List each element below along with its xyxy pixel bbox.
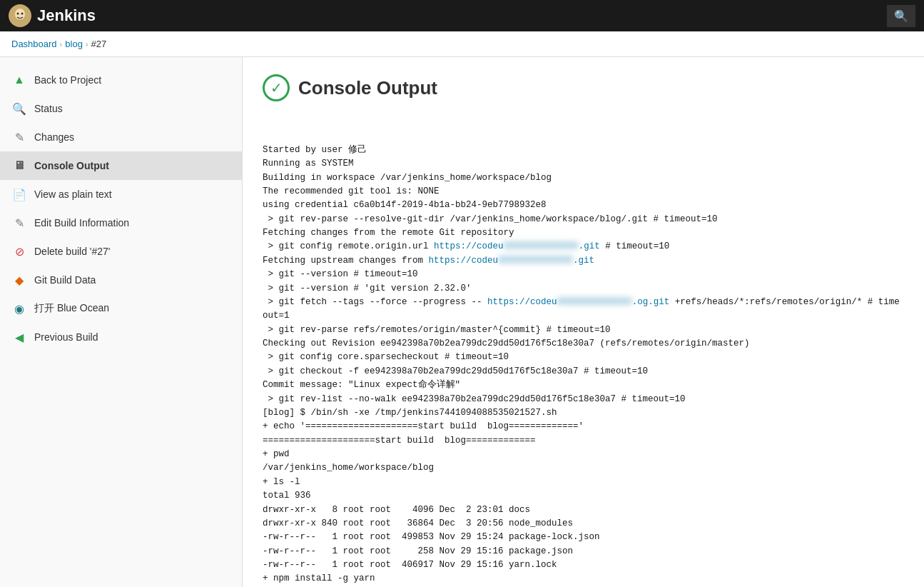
console-line: Checking out Revision ee942398a70b2ea799… xyxy=(263,337,904,351)
topbar: Jenkins 🔍 xyxy=(0,0,924,31)
status-icon: 🔍 xyxy=(11,101,27,116)
view-as-plain-text-icon: 📄 xyxy=(11,186,27,202)
delete-build-icon: ⊘ xyxy=(11,244,27,259)
sidebar-label-delete-build: Delete build '#27' xyxy=(34,246,111,257)
sidebar-label-changes: Changes xyxy=(34,131,74,143)
blue-ocean-icon: ◉ xyxy=(11,301,27,316)
console-line: drwxr-xr-x 840 root root 36864 Dec 3 20:… xyxy=(263,517,904,531)
console-line: -rw-r--r-- 1 root root 258 Nov 29 15:16 … xyxy=(263,545,904,558)
sidebar-item-blue-ocean[interactable]: ◉打开 Blue Ocean xyxy=(0,294,242,323)
previous-build-icon: ◀ xyxy=(11,329,27,345)
console-link[interactable]: https://codeuXXXXXXXXXXXXXX.git xyxy=(429,256,595,266)
console-line: Commit message: "Linux expect命令详解" xyxy=(263,378,904,392)
sidebar-item-edit-build-information[interactable]: ✎Edit Build Information xyxy=(0,209,242,237)
sidebar-label-view-as-plain-text: View as plain text xyxy=(34,189,112,200)
console-line: > git --version # 'git version 2.32.0' xyxy=(263,282,904,296)
console-line: > git rev-parse --resolve-git-dir /var/j… xyxy=(263,213,904,226)
sidebar-item-status[interactable]: 🔍Status xyxy=(0,94,242,123)
console-line: Fetching upstream changes from https://c… xyxy=(263,254,904,268)
console-line: total 936 xyxy=(263,489,904,503)
changes-icon: ✎ xyxy=(11,129,27,145)
breadcrumb: Dashboard › blog › #27 xyxy=(0,31,924,57)
console-line: + pwd xyxy=(263,448,904,461)
svg-rect-4 xyxy=(15,19,25,22)
sidebar-item-console-output[interactable]: 🖥Console Output xyxy=(0,151,242,180)
page-title: Console Output xyxy=(298,77,437,99)
console-output-icon: 🖥 xyxy=(11,158,27,174)
console-line: > git fetch --tags --force --progress --… xyxy=(263,296,904,323)
console-line: > git config remote.origin.url https://c… xyxy=(263,240,904,254)
console-line: + npm install -g yarn xyxy=(263,572,904,586)
console-line: [blog] $ /bin/sh -xe /tmp/jenkins7441094… xyxy=(263,406,904,420)
edit-build-information-icon: ✎ xyxy=(11,215,27,231)
layout: ▲Back to Project🔍Status✎Changes🖥Console … xyxy=(0,57,924,587)
console-line: /var/jenkins_home/workspace/blog xyxy=(263,461,904,475)
console-line: > git --version # timeout=10 xyxy=(263,268,904,281)
console-line: using credential c6a0b14f-2019-4b1a-bb24… xyxy=(263,199,904,212)
sidebar-item-changes[interactable]: ✎Changes xyxy=(0,123,242,151)
console-line: + echo '=====================start build… xyxy=(263,420,904,433)
console-line: =====================start build blog===… xyxy=(263,434,904,448)
sidebar-label-console-output: Console Output xyxy=(34,160,109,171)
console-line: Building in workspace /var/jenkins_home/… xyxy=(263,171,904,185)
console-line: Started by user 修己 xyxy=(263,144,904,157)
console-line: Running as SYSTEM xyxy=(263,157,904,171)
console-link[interactable]: https://codeuXXXXXXXXXXXXXX.og.git xyxy=(487,297,669,307)
console-line: > git rev-parse refs/remotes/origin/mast… xyxy=(263,323,904,337)
console-line: -rw-r--r-- 1 root root 406917 Nov 29 15:… xyxy=(263,558,904,572)
sidebar-label-previous-build: Previous Build xyxy=(34,331,98,343)
sidebar-label-blue-ocean: 打开 Blue Ocean xyxy=(34,302,109,315)
console-line: > git checkout -f ee942398a70b2ea799dc29… xyxy=(263,365,904,378)
breadcrumb-dashboard[interactable]: Dashboard xyxy=(11,39,57,49)
success-icon: ✓ xyxy=(263,74,290,101)
sidebar-label-back-to-project: Back to Project xyxy=(34,74,101,86)
sidebar-label-git-build-data: Git Build Data xyxy=(34,274,96,286)
sidebar-label-edit-build-information: Edit Build Information xyxy=(34,217,129,229)
main-content: ✓ Console Output Started by user 修己Runni… xyxy=(243,57,924,587)
console-output-body: Started by user 修己Running as SYSTEMBuild… xyxy=(263,116,904,586)
console-line: > git rev-list --no-walk ee942398a70b2ea… xyxy=(263,393,904,406)
console-link[interactable]: https://codeuXXXXXXXXXXXXXX.git xyxy=(434,241,600,251)
search-button[interactable]: 🔍 xyxy=(887,5,915,27)
breadcrumb-build: #27 xyxy=(91,39,107,49)
console-line: Fetching changes from the remote Git rep… xyxy=(263,226,904,240)
jenkins-logo[interactable]: Jenkins xyxy=(9,4,96,27)
breadcrumb-sep-1: › xyxy=(60,40,63,49)
jenkins-title: Jenkins xyxy=(37,6,96,25)
console-line: drwxr-xr-x 8 root root 4096 Dec 2 23:01 … xyxy=(263,503,904,517)
sidebar-item-delete-build[interactable]: ⊘Delete build '#27' xyxy=(0,237,242,266)
sidebar-item-previous-build[interactable]: ◀Previous Build xyxy=(0,323,242,351)
console-line: -rw-r--r-- 1 root root 499853 Nov 29 15:… xyxy=(263,531,904,544)
svg-point-2 xyxy=(17,13,19,15)
console-line: The recommended git tool is: NONE xyxy=(263,185,904,199)
back-to-project-icon: ▲ xyxy=(11,72,27,88)
console-line: + ls -l xyxy=(263,476,904,489)
sidebar-item-view-as-plain-text[interactable]: 📄View as plain text xyxy=(0,180,242,209)
sidebar-item-git-build-data[interactable]: ◆Git Build Data xyxy=(0,266,242,294)
page-title-row: ✓ Console Output xyxy=(263,74,904,101)
breadcrumb-blog[interactable]: blog xyxy=(65,39,83,49)
sidebar-item-back-to-project[interactable]: ▲Back to Project xyxy=(0,66,242,94)
svg-point-3 xyxy=(21,13,24,15)
sidebar: ▲Back to Project🔍Status✎Changes🖥Console … xyxy=(0,57,243,587)
sidebar-label-status: Status xyxy=(34,103,63,114)
git-build-data-icon: ◆ xyxy=(11,272,27,288)
jenkins-icon xyxy=(9,4,31,27)
console-line: > git config core.sparsecheckout # timeo… xyxy=(263,351,904,364)
breadcrumb-sep-2: › xyxy=(86,40,88,49)
